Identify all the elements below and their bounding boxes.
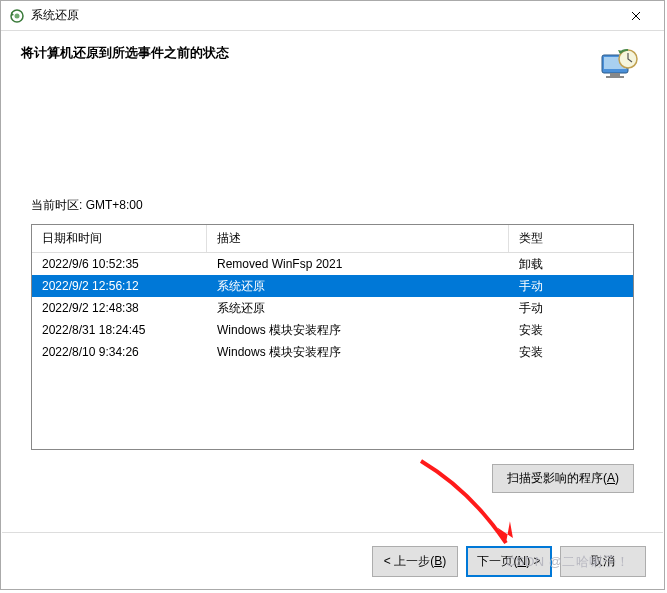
close-button[interactable] <box>616 2 656 30</box>
table-body: 2022/9/6 10:52:35Removed WinFsp 2021卸载20… <box>32 253 633 363</box>
timezone-label: 当前时区: GMT+8:00 <box>31 197 634 214</box>
back-button[interactable]: < 上一步(B) <box>372 546 458 577</box>
table-row[interactable]: 2022/8/10 9:34:26Windows 模块安装程序安装 <box>32 341 633 363</box>
cell-type: 手动 <box>509 278 633 295</box>
svg-point-1 <box>15 13 20 18</box>
cell-desc: Windows 模块安装程序 <box>207 322 509 339</box>
footer: < 上一步(B) 下一页(N) > 取消 <box>372 546 646 577</box>
back-label: < 上一步(B) <box>384 554 446 568</box>
cancel-label: 取消 <box>591 554 615 568</box>
table-header: 日期和时间 描述 类型 <box>32 225 633 253</box>
header-area: 将计算机还原到所选事件之前的状态 <box>1 31 664 93</box>
cell-date: 2022/8/31 18:24:45 <box>32 323 207 337</box>
restore-icon <box>9 8 25 24</box>
table-row[interactable]: 2022/9/2 12:56:12系统还原手动 <box>32 275 633 297</box>
cell-desc: Removed WinFsp 2021 <box>207 257 509 271</box>
scan-row: 扫描受影响的程序(A) <box>31 464 634 493</box>
cell-desc: 系统还原 <box>207 300 509 317</box>
system-restore-window: 系统还原 将计算机还原到所选事件之前的状态 当前时区: GMT+8:00 <box>0 0 665 590</box>
cell-desc: 系统还原 <box>207 278 509 295</box>
titlebar-title: 系统还原 <box>31 7 616 24</box>
footer-separator <box>2 532 663 533</box>
next-label: 下一页(N) > <box>477 554 540 568</box>
restore-large-icon <box>598 45 640 87</box>
scan-affected-button[interactable]: 扫描受影响的程序(A) <box>492 464 634 493</box>
cell-date: 2022/9/2 12:48:38 <box>32 301 207 315</box>
col-header-desc[interactable]: 描述 <box>207 225 509 252</box>
scan-btn-label: 扫描受影响的程序(A) <box>507 471 619 485</box>
table-row[interactable]: 2022/8/31 18:24:45Windows 模块安装程序安装 <box>32 319 633 341</box>
titlebar: 系统还原 <box>1 1 664 31</box>
table-row[interactable]: 2022/9/6 10:52:35Removed WinFsp 2021卸载 <box>32 253 633 275</box>
svg-rect-4 <box>610 73 620 76</box>
next-button[interactable]: 下一页(N) > <box>466 546 552 577</box>
content-area: 当前时区: GMT+8:00 日期和时间 描述 类型 2022/9/6 10:5… <box>1 197 664 493</box>
cell-desc: Windows 模块安装程序 <box>207 344 509 361</box>
cell-type: 安装 <box>509 322 633 339</box>
cell-type: 安装 <box>509 344 633 361</box>
cell-date: 2022/9/6 10:52:35 <box>32 257 207 271</box>
restore-points-table: 日期和时间 描述 类型 2022/9/6 10:52:35Removed Win… <box>31 224 634 450</box>
col-header-type[interactable]: 类型 <box>509 225 633 252</box>
header-text: 将计算机还原到所选事件之前的状态 <box>21 45 229 62</box>
cell-type: 卸载 <box>509 256 633 273</box>
col-header-date[interactable]: 日期和时间 <box>32 225 207 252</box>
cell-type: 手动 <box>509 300 633 317</box>
table-row[interactable]: 2022/9/2 12:48:38系统还原手动 <box>32 297 633 319</box>
cell-date: 2022/9/2 12:56:12 <box>32 279 207 293</box>
cell-date: 2022/8/10 9:34:26 <box>32 345 207 359</box>
svg-rect-5 <box>606 76 624 78</box>
cancel-button[interactable]: 取消 <box>560 546 646 577</box>
